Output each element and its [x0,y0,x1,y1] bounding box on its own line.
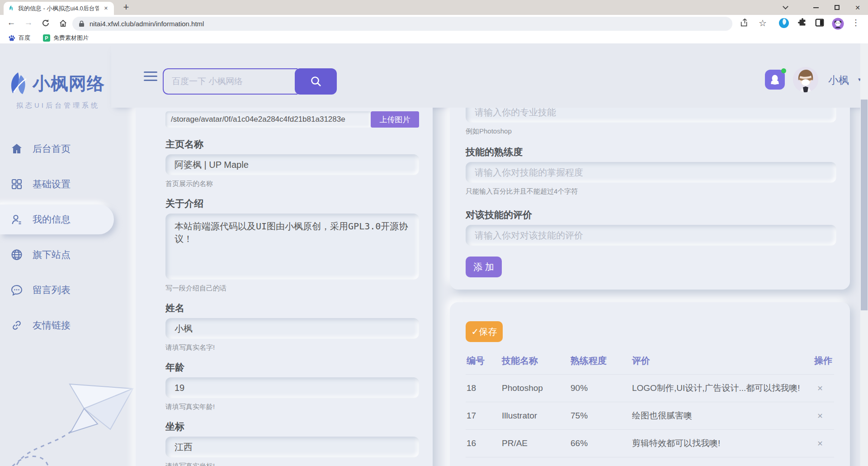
delete-row-icon[interactable]: ✕ [805,430,834,457]
table-row: 16 PR/AE 66% 剪辑特效都可以找我噢! ✕ [466,430,834,457]
reload-icon[interactable] [40,18,52,29]
skill-comment-input[interactable] [466,225,836,246]
delete-row-icon[interactable]: ✕ [805,402,834,430]
favicon-icon [8,5,15,12]
logo-leaf-icon [7,71,30,96]
name-input[interactable] [165,318,419,339]
paw-icon [8,34,15,42]
skills-table: 编号 技能名称 熟练程度 评价 操作 18 Photoshop 90% LOGO… [466,355,834,466]
qq-penguin-icon [769,74,781,86]
extension-blue-icon[interactable] [778,18,789,30]
table-row: 15 HTML5 80% 标签语言的使用能力 ✕ [466,457,834,466]
about-hint: 写一段介绍自己的话 [165,284,419,293]
upload-image-button[interactable]: 上传图片 [371,111,419,128]
delete-row-icon[interactable]: ✕ [805,375,834,402]
search-bar [163,68,337,95]
about-textarea[interactable]: 本站前端源代码以及UI图由小枫原创，采用GPL3.0开源协议！ [165,214,419,280]
bookmark-star-icon[interactable]: ☆ [759,18,767,29]
home-name-hint: 首页展示的名称 [165,180,419,188]
notification-dot [781,68,786,73]
skill-form-card: 例如Photoshop 技能的熟练度 只能输入百分比并且不能超过4个字符 对该技… [450,108,850,290]
bookmark-baidu[interactable]: 百度 [8,34,30,42]
home-icon[interactable] [57,18,69,30]
hamburger-menu-icon[interactable] [144,71,157,81]
table-row: 18 Photoshop 90% LOGO制作,UI设计,广告设计...都可以找… [466,375,834,402]
browser-toolbar: ← → nitai4.xfwl.club/admin/information.h… [0,15,868,33]
about-label: 关于介绍 [165,197,419,210]
location-input[interactable] [165,437,419,457]
col-level: 熟练程度 [570,355,631,375]
close-button[interactable]: ✕ [847,0,868,15]
notification-qq-button[interactable] [765,70,785,90]
tab-search-chevron-icon[interactable] [783,4,788,10]
new-tab-button[interactable]: + [120,1,132,14]
menu-kebab-icon[interactable]: ⋮ [852,18,860,28]
name-hint: 请填写真实名字! [165,343,419,352]
location-hint: 请填写真实坐标! [165,462,419,466]
home-name-label: 主页名称 [165,138,419,151]
profile-card: 上传图片 主页名称 首页展示的名称 关于介绍 本站前端源代码以及UI图由小枫原创… [136,108,433,466]
side-panel-icon[interactable] [815,18,825,29]
tab-strip: 我的信息 - 小枫拟态ui4.0后台管 ✕ + ✕ [0,0,868,15]
search-icon [310,75,322,88]
location-label: 坐标 [165,420,419,433]
tab-title: 我的信息 - 小枫拟态ui4.0后台管 [18,5,99,13]
main-content: 上传图片 主页名称 首页展示的名称 关于介绍 本站前端源代码以及UI图由小枫原创… [0,108,868,466]
share-icon[interactable] [740,18,750,29]
col-id: 编号 [466,355,501,375]
avatar-upload-row: 上传图片 [165,111,419,128]
logo-title: 小枫网络 [33,71,105,96]
avatar-image [793,67,818,92]
col-actions: 操作 [805,355,834,375]
age-label: 年龄 [165,361,419,374]
skill-name-hint: 例如Photoshop [466,127,836,136]
lock-icon [79,20,85,27]
page-scrollbar [860,43,868,466]
extensions-puzzle-icon[interactable] [797,18,807,29]
maximize-button[interactable] [826,0,847,15]
add-skill-button[interactable]: 添 加 [466,257,502,277]
bookmarks-bar: 百度 P 免费素材图片 [0,33,868,43]
home-name-input[interactable] [165,154,419,175]
age-input[interactable] [165,377,419,398]
avatar-path-input[interactable] [165,111,371,128]
skill-comment-label: 对该技能的评价 [466,209,836,221]
age-hint: 请填写真实年龄! [165,403,419,411]
bookmark-assets[interactable]: P 免费素材图片 [43,34,89,42]
skill-level-hint: 只能输入百分比并且不能超过4个字符 [466,187,836,196]
url-text: nitai4.xfwl.club/admin/information.html [90,20,204,28]
check-icon: ✓ [472,327,479,337]
app-topbar: 小枫 ▾ [111,43,868,108]
p-badge-icon: P [43,34,50,42]
search-button[interactable] [295,68,337,95]
logo: 小枫网络 [7,71,105,96]
tab-close-icon[interactable]: ✕ [102,5,110,12]
col-comment: 评价 [631,355,805,375]
name-label: 姓名 [165,302,419,314]
skill-name-input[interactable] [466,108,836,123]
skill-level-input[interactable] [466,162,836,183]
browser-profile-avatar[interactable] [832,18,844,32]
minimize-button[interactable] [806,0,826,15]
username[interactable]: 小枫 [828,73,849,87]
window-controls: ✕ [783,0,868,15]
browser-tab[interactable]: 我的信息 - 小枫拟态ui4.0后台管 ✕ [4,2,114,15]
table-row: 17 Illustrator 75% 绘图也很腻害噢 ✕ [466,402,834,430]
table-header-row: 编号 技能名称 熟练程度 评价 操作 [466,355,834,375]
admin-app: 小枫网络 拟态UI后台管理系统 后台首页 基础设置 我的信息 旗下站点 留 [0,43,868,466]
skills-table-card: ✓保存 编号 技能名称 熟练程度 评价 操作 18 Photoshop [450,302,850,466]
forward-icon[interactable]: → [23,18,34,28]
scrollbar-thumb[interactable] [861,100,868,310]
search-input[interactable] [163,68,297,95]
user-avatar[interactable] [793,67,818,92]
save-button[interactable]: ✓保存 [466,321,503,342]
browser-chrome: 我的信息 - 小枫拟态ui4.0后台管 ✕ + ✕ ← → nitai4.xfw… [0,0,868,43]
col-name: 技能名称 [501,355,570,375]
url-bar[interactable]: nitai4.xfwl.club/admin/information.html [72,17,732,31]
delete-row-icon[interactable]: ✕ [805,457,834,466]
back-icon[interactable]: ← [5,18,17,28]
skill-level-label: 技能的熟练度 [466,146,836,158]
